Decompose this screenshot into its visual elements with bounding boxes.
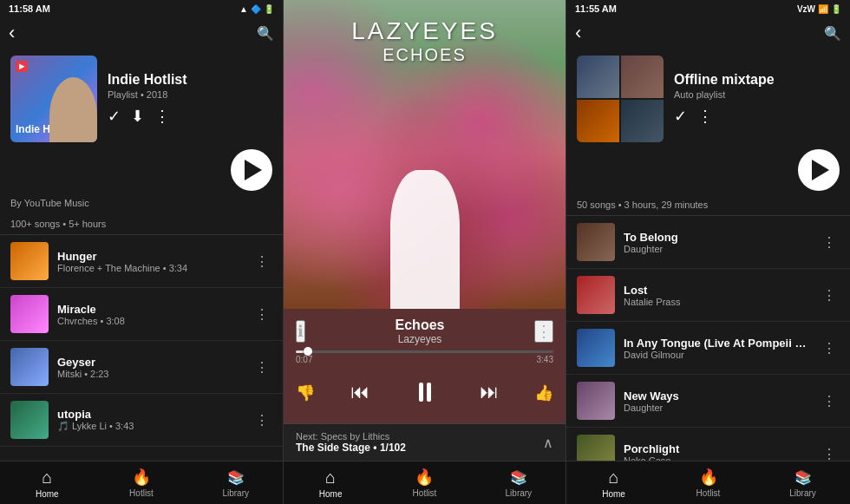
right-nav-home-label: Home <box>602 489 625 499</box>
bluetooth-icon: 🔷 <box>251 4 261 14</box>
chevron-up-icon[interactable]: ∧ <box>543 435 553 451</box>
left-search-button[interactable] <box>257 24 274 43</box>
play-button[interactable] <box>231 149 272 191</box>
song-more-button[interactable] <box>252 359 272 376</box>
play-icon <box>245 160 262 180</box>
song-title: Miracle <box>57 303 243 316</box>
hotlist-icon <box>415 468 434 487</box>
right-bottom-nav: Home Hotlist Library <box>566 461 850 504</box>
playlist-actions <box>108 107 272 126</box>
left-bottom-nav: Home Hotlist Library <box>0 461 283 504</box>
song-title: Hunger <box>57 250 243 263</box>
center-nav-library-label: Library <box>506 488 533 498</box>
progress-container[interactable]: 0:07 3:43 <box>296 350 553 364</box>
offline-more-button[interactable] <box>697 107 713 126</box>
thumbs-up-icon <box>534 381 553 403</box>
song-artist: Daughter <box>624 403 810 413</box>
right-nav-home[interactable]: Home <box>566 461 661 504</box>
right-search-button[interactable] <box>824 24 841 43</box>
library-icon <box>794 468 812 487</box>
song-thumbnail <box>10 348 49 386</box>
right-back-button[interactable] <box>575 22 581 44</box>
song-artist: David Gilmour <box>624 350 810 360</box>
center-nav-home[interactable]: Home <box>284 461 377 504</box>
cover-label: ▶ <box>16 61 28 72</box>
library-icon <box>227 468 245 487</box>
progress-bar[interactable] <box>296 350 553 353</box>
yt-icon: ▶ <box>19 62 24 70</box>
pause-button[interactable] <box>406 373 444 411</box>
left-nav-hotlist[interactable]: Hotlist <box>95 461 189 504</box>
song-title: Geyser <box>57 356 243 369</box>
song-thumbnail <box>10 242 49 280</box>
song-more-button[interactable] <box>819 287 840 304</box>
right-nav-hotlist[interactable]: Hotlist <box>661 461 755 504</box>
right-play-button[interactable] <box>798 149 840 191</box>
song-title: Lost <box>624 284 810 297</box>
offline-title: Offline mixtape <box>674 72 840 88</box>
center-nav-hotlist-label: Hotlist <box>413 488 437 498</box>
skip-forward-icon <box>480 381 499 403</box>
song-info: Miracle Chvrches • 3:08 <box>57 303 243 326</box>
offline-save-button[interactable] <box>674 107 687 126</box>
save-button[interactable] <box>108 107 121 126</box>
left-nav-home-label: Home <box>36 489 59 499</box>
more-options-button[interactable] <box>154 107 170 126</box>
player-section: Echoes Lazyeyes 0:07 3:43 <box>284 309 566 423</box>
song-more-button[interactable] <box>819 393 840 409</box>
skip-forward-button[interactable] <box>480 381 499 403</box>
list-item[interactable]: New Ways Daughter <box>566 375 850 428</box>
player-track-title: Echoes <box>305 317 534 333</box>
offline-collage <box>577 56 664 142</box>
song-more-button[interactable] <box>819 234 840 251</box>
list-item[interactable]: To Belong Daughter <box>566 216 850 269</box>
collage-cell-1 <box>577 56 619 98</box>
list-item[interactable]: Hunger Florence + The Machine • 3:34 <box>0 235 283 288</box>
list-item[interactable]: Miracle Chvrches • 3:08 <box>0 288 283 341</box>
next-up-bar[interactable]: Next: Specs by Lithics The Side Stage • … <box>284 423 566 461</box>
player-more-button[interactable] <box>534 320 553 343</box>
playlist-header: ▶ Indie Hotlist Indie Hotlist Playlist •… <box>0 49 283 149</box>
center-nav-library[interactable]: Library <box>472 461 566 504</box>
list-item[interactable]: Porchlight Neko Case <box>566 428 850 461</box>
thumbs-down-icon <box>296 381 315 403</box>
right-play-btn-area <box>566 149 850 196</box>
left-song-count: 100+ songs • 5+ hours <box>0 215 283 235</box>
download-button[interactable] <box>131 107 144 126</box>
pause-bar-right <box>427 383 431 402</box>
list-item[interactable]: Lost Natalie Prass <box>566 269 850 322</box>
left-nav-home[interactable]: Home <box>0 461 95 504</box>
thumbs-down-button[interactable] <box>296 381 315 403</box>
song-more-button[interactable] <box>819 446 840 461</box>
right-song-list: To Belong Daughter Lost Natalie Prass In… <box>566 216 850 461</box>
signal-icon: ▲ <box>239 4 248 14</box>
song-info: New Ways Daughter <box>624 389 810 413</box>
offline-actions <box>674 107 840 126</box>
right-time: 11:55 AM <box>575 3 617 14</box>
song-title: In Any Tongue (Live At Pompeii 2016) <box>624 337 810 350</box>
song-more-button[interactable] <box>252 306 272 323</box>
thumbs-up-button[interactable] <box>534 381 553 403</box>
pause-icon <box>419 383 431 402</box>
playlist-cover: ▶ Indie Hotlist <box>10 56 97 142</box>
left-nav-library[interactable]: Library <box>188 461 283 504</box>
collage-cell-3 <box>577 100 619 142</box>
right-nav-library[interactable]: Library <box>755 461 850 504</box>
song-thumbnail <box>577 329 615 367</box>
collage-cell-2 <box>621 56 664 98</box>
list-item[interactable]: In Any Tongue (Live At Pompeii 2016) Dav… <box>566 322 850 375</box>
list-item[interactable]: Geyser Mitski • 2:23 <box>0 341 283 394</box>
list-item[interactable]: utopia 🎵 Lykke Li • 3:43 <box>0 394 283 447</box>
progress-thumb <box>304 347 312 356</box>
album-art-container: LAZYEYES ECHOES <box>284 0 566 309</box>
song-artist: 🎵 Lykke Li • 3:43 <box>57 421 243 432</box>
song-title: utopia <box>57 408 243 421</box>
song-artist: Chvrches • 3:08 <box>57 316 243 326</box>
song-more-button[interactable] <box>252 412 272 429</box>
center-nav-hotlist[interactable]: Hotlist <box>377 461 471 504</box>
song-more-button[interactable] <box>252 253 272 270</box>
song-more-button[interactable] <box>819 340 840 357</box>
left-back-button[interactable] <box>9 22 15 44</box>
track-info-button[interactable] <box>296 320 305 343</box>
skip-back-button[interactable] <box>350 381 369 403</box>
